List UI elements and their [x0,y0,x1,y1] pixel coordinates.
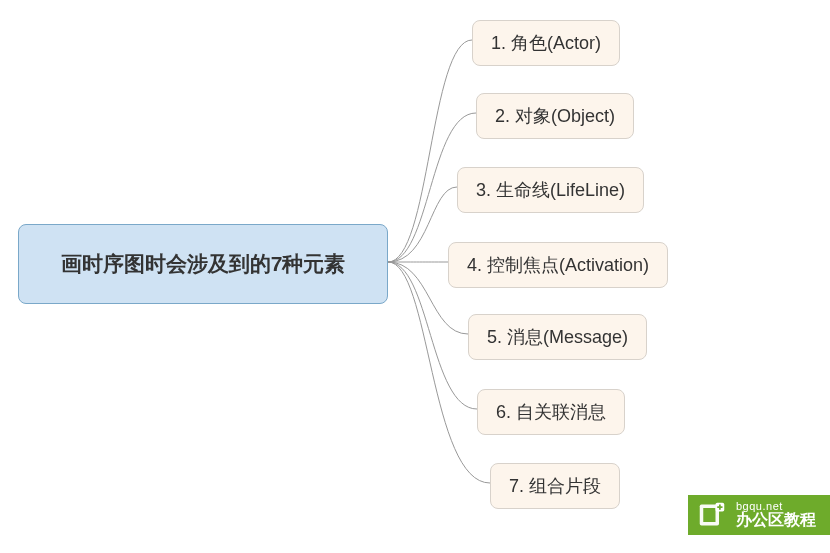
mindmap-child-6[interactable]: 6. 自关联消息 [477,389,625,435]
mindmap-child-label: 2. 对象(Object) [495,106,615,126]
mindmap-child-5[interactable]: 5. 消息(Message) [468,314,647,360]
mindmap-child-label: 5. 消息(Message) [487,327,628,347]
mindmap-child-label: 4. 控制焦点(Activation) [467,255,649,275]
mindmap-child-1[interactable]: 1. 角色(Actor) [472,20,620,66]
mindmap-child-label: 6. 自关联消息 [496,402,606,422]
mindmap-child-2[interactable]: 2. 对象(Object) [476,93,634,139]
svg-rect-1 [703,508,715,522]
mindmap-root-label: 画时序图时会涉及到的7种元素 [61,250,346,278]
mindmap-child-4[interactable]: 4. 控制焦点(Activation) [448,242,668,288]
mindmap-child-7[interactable]: 7. 组合片段 [490,463,620,509]
mindmap-child-label: 3. 生命线(LifeLine) [476,180,625,200]
watermark-text: bgqu.net 办公区教程 [736,501,816,529]
mindmap-child-label: 1. 角色(Actor) [491,33,601,53]
mindmap-root[interactable]: 画时序图时会涉及到的7种元素 [18,224,388,304]
mindmap-child-label: 7. 组合片段 [509,476,601,496]
watermark: bgqu.net 办公区教程 [688,495,830,535]
mindmap-child-3[interactable]: 3. 生命线(LifeLine) [457,167,644,213]
watermark-title: 办公区教程 [736,512,816,529]
office-icon [698,501,726,529]
